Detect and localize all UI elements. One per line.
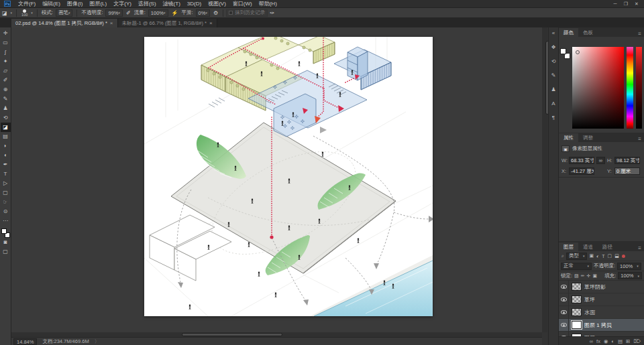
zoom-tool[interactable]: ⊙	[1, 207, 11, 216]
marquee-tool[interactable]: ▭	[1, 38, 11, 48]
erase-to-history-checkbox[interactable]: 抹到历史记录	[226, 9, 268, 17]
quick-mask-icon[interactable]: ◙	[1, 238, 11, 247]
menu-layer[interactable]: 图层(L)	[86, 0, 110, 7]
layer-opacity-dropdown[interactable]: 100% ▾	[617, 263, 641, 270]
menu-3d[interactable]: 3D(D)	[184, 1, 205, 7]
blur-tool[interactable]: ◗	[1, 141, 11, 151]
type-tool[interactable]: T	[1, 169, 11, 179]
foreground-background-swatches[interactable]	[1, 228, 10, 238]
close-button[interactable]: ✕	[632, 1, 641, 7]
more-tools-icon[interactable]: ⋯	[1, 216, 11, 226]
tab-swatches[interactable]: 色板	[578, 28, 598, 37]
symmetry-icon[interactable]: ✑	[268, 10, 276, 16]
mode-dropdown[interactable]: 画笔 ▾	[56, 9, 73, 17]
panel-menu-icon[interactable]: ≡	[638, 245, 644, 251]
y-field[interactable]: 0 厘米	[614, 167, 640, 175]
lock-all-icon[interactable]: ▣	[592, 273, 597, 279]
lock-pixels-icon[interactable]: ✏	[581, 273, 585, 279]
menu-file[interactable]: 文件(F)	[15, 0, 39, 7]
layer-row[interactable]: 水面	[559, 306, 644, 319]
layer-row-selected[interactable]: 图层 1 拷贝	[559, 319, 644, 332]
menu-filter[interactable]: 滤镜(T)	[160, 0, 184, 7]
menu-view[interactable]: 视图(V)	[205, 0, 229, 7]
layer-row[interactable]: 草坪	[559, 293, 644, 306]
opacity-dropdown[interactable]: 99% ▾	[105, 9, 123, 17]
filter-toggle-icon[interactable]	[622, 255, 625, 258]
layer-thumbnail[interactable]	[572, 321, 582, 329]
filter-adjustment-icon[interactable]: ◐	[596, 254, 600, 259]
tab-channels[interactable]: 通道	[578, 243, 598, 251]
canvas-horizontal-scrollbar[interactable]	[11, 332, 542, 337]
paragraph-panel-icon[interactable]: ¶	[549, 114, 558, 122]
layer-group-icon[interactable]: ▤	[618, 338, 623, 344]
dodge-tool[interactable]: ◖	[1, 151, 11, 160]
healing-brush-tool[interactable]: ⊕	[1, 85, 11, 94]
layer-visibility-toggle[interactable]	[559, 306, 569, 319]
status-chevron-icon[interactable]: 〉	[95, 338, 100, 345]
clone-stamp-tool[interactable]: ♟	[1, 104, 11, 113]
menu-select[interactable]: 选择(S)	[135, 0, 160, 7]
eyedropper-tool[interactable]: ✐	[1, 76, 11, 85]
foreground-color-swatch[interactable]	[1, 228, 7, 234]
document-tab-active[interactable]: 02.psd @ 14.8% (图层 1 拷贝, RGB/8#) * ×	[11, 19, 118, 27]
character-panel-icon[interactable]: A	[549, 100, 558, 108]
hue-slider[interactable]	[627, 47, 633, 129]
quick-selection-tool[interactable]: ✦	[1, 57, 11, 66]
link-layers-icon[interactable]: ∞	[590, 338, 593, 344]
eraser-tool[interactable]: ◪	[1, 123, 11, 132]
lasso-tool[interactable]: ʃ	[1, 48, 11, 57]
canvas-vertical-scrollbar[interactable]	[542, 27, 547, 332]
layer-mask-icon[interactable]: ◉	[604, 338, 608, 344]
color-fg-bg-swatches[interactable]	[560, 48, 570, 59]
brush-tool[interactable]: ✎	[1, 94, 11, 104]
tab-paths[interactable]: 路径	[598, 243, 617, 251]
panel-menu-icon[interactable]: ≡	[638, 31, 644, 37]
value-ramp[interactable]	[636, 47, 642, 129]
crop-tool[interactable]: ▱	[1, 66, 11, 76]
flow-dropdown[interactable]: 100% ▾	[148, 9, 168, 17]
rectangle-tool[interactable]: ▢	[1, 188, 11, 198]
screen-mode-icon[interactable]: ▢	[1, 247, 11, 257]
tab-color[interactable]: 颜色	[559, 28, 578, 37]
new-layer-icon[interactable]: ⊞	[626, 338, 630, 344]
menu-image[interactable]: 图像(I)	[64, 0, 87, 7]
menu-type[interactable]: 文字(Y)	[110, 0, 135, 7]
filter-pixel-icon[interactable]: ▣	[588, 253, 594, 259]
menu-help[interactable]: 帮助(H)	[256, 0, 280, 7]
clone-source-panel-icon[interactable]: ♟	[549, 86, 558, 94]
tab-adjustments[interactable]: 调整	[578, 133, 598, 142]
lock-position-icon[interactable]: ✛	[587, 273, 591, 279]
layer-thumbnail[interactable]	[572, 308, 582, 316]
pen-tool[interactable]: ✒	[1, 160, 11, 169]
tab-close-icon[interactable]: ×	[209, 20, 213, 26]
saturation-brightness-field[interactable]	[572, 47, 624, 129]
smoothing-gear-icon[interactable]: ⚙	[211, 10, 220, 16]
zoom-level-field[interactable]: 14.84%	[13, 338, 37, 345]
height-field[interactable]: 98.12 英寸	[614, 157, 640, 164]
layer-visibility-toggle[interactable]	[559, 281, 569, 293]
menu-edit[interactable]: 编辑(E)	[39, 0, 64, 7]
menu-window[interactable]: 窗口(W)	[229, 0, 256, 7]
filter-smart-object-icon[interactable]: ⬓	[614, 253, 620, 259]
layer-row[interactable]: 草坪阴影	[559, 281, 644, 293]
document-tab-inactive[interactable]: 未标题-1 @ 66.7% (图层 1, RGB/8#) * ×	[118, 19, 217, 27]
filter-type-dropdown[interactable]: 类型 ▾	[566, 253, 588, 260]
x-field[interactable]: -41.27 厘米	[569, 167, 594, 175]
tab-properties[interactable]: 属性	[559, 133, 578, 142]
width-field[interactable]: 68.33 英寸	[569, 157, 594, 164]
gradient-tool[interactable]: ▤	[1, 132, 11, 141]
canvas-pasteboard[interactable]	[11, 27, 542, 337]
delete-layer-icon[interactable]: ⌦	[633, 338, 641, 344]
tab-close-icon[interactable]: ×	[110, 20, 113, 26]
brush-preset-picker[interactable]: 100	[19, 9, 30, 16]
smoothing-dropdown[interactable]: 0% ▾	[196, 9, 210, 17]
panel-menu-icon[interactable]: ≡	[638, 136, 644, 142]
canvas-artboard[interactable]	[144, 37, 433, 316]
move-tool[interactable]: ✛	[1, 29, 11, 38]
history-panel-icon[interactable]: ⟲	[549, 58, 558, 66]
hand-tool[interactable]: ☞	[1, 198, 11, 207]
blend-mode-dropdown[interactable]: 正常 ▾	[561, 263, 592, 270]
tab-layers[interactable]: 图层	[559, 243, 578, 251]
history-brush-tool[interactable]: ⟲	[1, 113, 11, 123]
tool-preset-icon[interactable]: ◪	[0, 10, 9, 16]
